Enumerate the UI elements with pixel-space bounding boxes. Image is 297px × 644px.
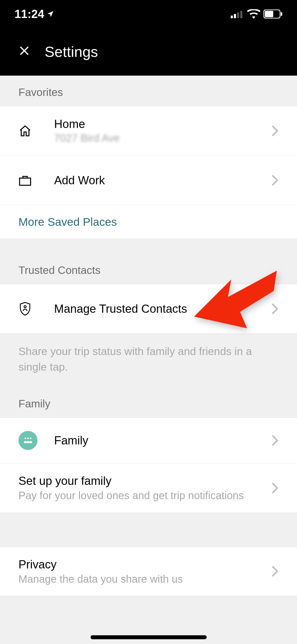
section-header-trusted: Trusted Contacts [0,239,297,284]
chevron-right-icon [271,174,279,187]
chevron-right-icon [271,125,279,137]
battery-icon [263,10,282,19]
trusted-description: Share your trip status with family and f… [0,334,297,375]
privacy-row[interactable]: Privacy Manage the data you share with u… [0,547,297,596]
home-icon [18,124,32,137]
svg-point-12 [27,438,29,439]
close-icon[interactable] [18,45,30,59]
briefcase-icon [18,174,32,186]
svg-rect-6 [281,12,282,16]
people-icon [23,436,33,445]
svg-rect-2 [237,12,239,18]
header: Settings [0,28,297,76]
family-row[interactable]: Family [0,417,297,463]
family-circle-icon [18,431,37,450]
more-saved-places-link[interactable]: More Saved Places [0,205,297,239]
home-indicator[interactable] [91,635,207,639]
section-header-favorites: Favorites [0,76,297,106]
svg-point-10 [24,306,26,308]
status-bar: 11:24 [0,0,297,28]
family-label: Family [54,434,271,447]
svg-rect-9 [20,178,31,185]
setup-family-row[interactable]: Set up your family Pay for your loved on… [0,463,297,513]
status-time: 11:24 [15,7,44,21]
location-icon [46,10,54,18]
page-title: Settings [45,43,98,60]
svg-point-13 [30,438,31,439]
favorite-work-row[interactable]: Add Work [0,155,297,205]
spacer [0,513,297,547]
svg-rect-3 [240,11,242,18]
svg-rect-0 [231,16,233,18]
chevron-right-icon [271,482,279,494]
privacy-title: Privacy [18,558,271,571]
setup-family-title: Set up your family [18,474,271,487]
add-work-label: Add Work [54,174,271,187]
setup-family-subtitle: Pay for your loved ones and get trip not… [18,490,271,502]
status-icons [231,9,282,19]
signal-icon [231,10,244,18]
privacy-subtitle: Manage the data you share with us [18,573,271,585]
home-address: 7027 Bird Ave [54,132,271,144]
wifi-icon [247,9,260,19]
svg-rect-5 [265,11,273,17]
more-saved-places-label: More Saved Places [18,215,117,228]
shield-icon [18,301,32,316]
chevron-right-icon [271,302,279,315]
manage-trusted-contacts-row[interactable]: Manage Trusted Contacts [0,284,297,334]
chevron-right-icon [271,434,279,447]
favorite-home-row[interactable]: Home 7027 Bird Ave [0,106,297,155]
home-label: Home [54,117,271,131]
manage-trusted-label: Manage Trusted Contacts [54,302,271,315]
status-time-group: 11:24 [15,7,54,21]
section-header-family: Family [0,375,297,417]
svg-point-11 [25,438,26,439]
chevron-right-icon [271,565,279,578]
svg-rect-1 [234,14,236,18]
